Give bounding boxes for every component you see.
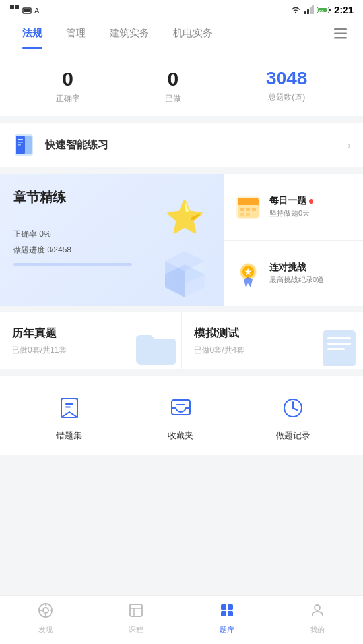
folder-decoration-icon [133,328,179,368]
nav-item-question-bank[interactable]: 题库 [207,602,247,635]
svg-rect-36 [246,213,250,216]
daily-question-sub: 坚持做题0天 [269,208,314,218]
svg-rect-32 [240,208,244,211]
history-records-icon [277,392,310,424]
streak-challenge-title: 连对挑战 [269,262,324,274]
svg-rect-13 [334,28,347,30]
svg-rect-8 [312,5,314,14]
svg-rect-45 [327,348,345,350]
svg-rect-67 [228,611,233,616]
hamburger-icon [334,28,347,39]
stat-accuracy-value: 0 [56,68,80,90]
mock-exam-card[interactable]: 模拟测试 已做0套/共4套 [182,312,364,369]
wifi-icon [290,5,301,15]
history-records-label: 做题记录 [276,430,310,442]
history-exam-card[interactable]: 历年真题 已做0套/共11套 [0,312,182,369]
tab-jidian[interactable]: 机电实务 [161,18,224,49]
progress-value: 0/2458 [47,245,71,254]
svg-rect-64 [221,604,226,610]
bookmark-icon [59,397,80,419]
chapter-progress-bar [13,263,132,266]
stats-section: 0 正确率 0 已做 3048 总题数(道) [0,49,363,116]
chapter-card[interactable]: 章节精练 正确率 0% 做题进度 0/2458 ⭐ [0,174,224,306]
course-icon [128,602,144,622]
daily-question-info: 每日一题 坚持做题0天 [269,195,314,218]
stat-done: 0 已做 [165,68,181,104]
svg-rect-61 [130,604,142,616]
stat-accuracy: 0 正确率 [56,68,80,104]
wrong-questions-label: 错题集 [56,430,82,442]
svg-point-68 [315,605,320,610]
quick-practice-icon [12,133,36,157]
bottom-nav: 发现 课程 题库 [0,595,363,644]
accuracy-label: 正确率 [13,229,37,239]
more-menu-button[interactable] [329,23,352,44]
daily-question-card[interactable]: 每日一题 坚持做题0天 [224,174,363,241]
status-left-icons: A [9,5,44,15]
streak-challenge-card[interactable]: ★ 连对挑战 最高挑战纪录0道 [224,241,363,307]
svg-rect-14 [334,32,347,34]
svg-rect-50 [176,404,185,405]
clock-icon [282,397,304,419]
nav-discover-label: 发现 [38,625,53,635]
favorites-label: 收藏夹 [168,430,193,442]
svg-rect-15 [334,37,347,39]
quick-practice-card[interactable]: 快速智能练习 › [0,123,363,167]
nav-item-course[interactable]: 课程 [116,602,156,635]
svg-rect-44 [327,343,351,345]
favorites-tool[interactable]: 收藏夹 [164,392,197,442]
stat-done-label: 已做 [165,93,181,104]
svg-point-54 [292,407,294,409]
book-icon [12,133,36,157]
wrong-questions-icon [53,392,86,424]
stat-total-value: 3048 [266,68,307,89]
svg-text:80: 80 [319,9,324,13]
streak-challenge-icon-wrap: ★ [234,258,263,287]
status-icon-2 [22,5,32,15]
exam-cards-section: 历年真题 已做0套/共11套 模拟测试 已做0套/共4套 [0,312,363,369]
stat-accuracy-label: 正确率 [56,93,80,104]
document-decoration-icon [319,327,359,366]
svg-rect-43 [327,337,351,339]
status-right-icons: 80 2:21 [290,4,354,15]
favorites-icon [164,392,197,424]
svg-rect-46 [61,399,77,417]
svg-rect-35 [240,213,244,216]
svg-text:A: A [34,7,40,15]
svg-rect-31 [238,204,259,205]
calendar-icon [234,192,263,221]
nav-item-profile[interactable]: 我的 [298,602,337,635]
tab-faguii[interactable]: 法规 [11,18,54,49]
stat-total-label: 总题数(道) [266,92,307,103]
signal-icon [304,5,314,15]
svg-rect-34 [252,208,256,211]
svg-rect-21 [18,144,21,146]
svg-rect-5 [304,11,306,14]
daily-question-icon-wrap [234,192,263,221]
svg-rect-6 [307,9,309,14]
nav-profile-label: 我的 [310,625,325,635]
quick-practice-chevron: › [347,138,351,152]
3d-box-decoration [152,241,218,301]
status-icon-3: A [34,5,44,15]
svg-rect-47 [65,403,73,405]
tab-jianzhu[interactable]: 建筑实务 [98,18,161,49]
daily-question-title: 每日一题 [269,195,314,207]
stat-done-value: 0 [165,68,181,90]
star-decoration-icon: ⭐ [165,199,205,236]
streak-challenge-sub: 最高挑战纪录0道 [269,275,324,285]
streak-challenge-info: 连对挑战 最高挑战纪录0道 [269,262,324,285]
tools-section: 错题集 收藏夹 做题记录 [0,376,363,455]
battery-icon: 80 [317,6,331,14]
nav-item-discover[interactable]: 发现 [26,602,65,635]
svg-text:★: ★ [244,267,252,277]
svg-rect-1 [15,5,19,9]
status-time: 2:21 [334,4,354,15]
history-records-tool[interactable]: 做题记录 [276,392,310,442]
svg-rect-7 [310,7,312,14]
svg-rect-48 [65,407,71,408]
tab-guanli[interactable]: 管理 [54,18,98,49]
svg-rect-3 [24,9,30,12]
wrong-questions-tool[interactable]: 错题集 [53,392,86,442]
medal-icon: ★ [234,258,263,287]
